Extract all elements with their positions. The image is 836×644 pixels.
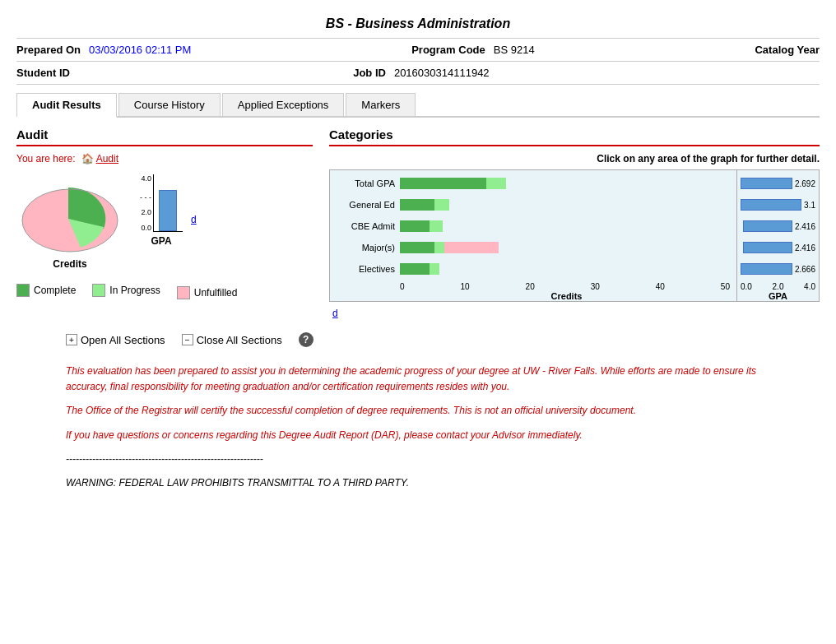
gpa-bar-cbeadmit xyxy=(743,220,792,232)
seg-complete xyxy=(400,263,430,275)
gpa-side-chart[interactable]: 2.692 3.1 2.416 2.416 xyxy=(737,169,820,302)
bar-label-electives: Electives xyxy=(333,264,395,274)
gpa-value-electives: 2.666 xyxy=(795,265,815,274)
program-code-label: Program Code xyxy=(411,44,485,56)
bar-segments-majors xyxy=(400,241,499,254)
bar-row-cbeadmit[interactable]: CBE Admit xyxy=(333,218,733,234)
bar-row-majors[interactable]: Major(s) xyxy=(333,239,733,256)
catalog-year-label: Catalog Year xyxy=(755,44,820,56)
credits-axis-title: Credits xyxy=(400,291,733,301)
bar-label-majors: Major(s) xyxy=(333,243,395,253)
inprogress-color-box xyxy=(92,284,105,297)
program-code-value: BS 9214 xyxy=(494,44,535,56)
legend-unfulfilled: Unfulfilled xyxy=(177,286,238,299)
tab-markers[interactable]: Markers xyxy=(346,93,416,116)
audit-panel: Audit You are here: 🏠 Audit xyxy=(16,127,313,319)
d-link-categories[interactable]: d xyxy=(332,308,338,319)
disclaimer-p3: If you have questions or concerns regard… xyxy=(66,428,770,443)
disclaimer: This evaluation has been prepared to ass… xyxy=(16,364,820,491)
prepared-on-label: Prepared On xyxy=(16,44,81,56)
categories-panel: Categories Click on any area of the grap… xyxy=(329,127,820,319)
seg-inprogress xyxy=(434,242,444,253)
bar-segments-cbeadmit xyxy=(400,220,443,233)
disclaimer-p2: The Office of the Registrar will certify… xyxy=(66,403,770,419)
gpa-bar-totalgpa xyxy=(741,178,792,189)
credits-label: Credits xyxy=(53,258,86,270)
meta-section-2: Student ID Job ID 2016030314111942 place… xyxy=(16,62,820,85)
disclaimer-warning: WARNING: FEDERAL LAW PROHIBITS TRANSMITT… xyxy=(66,475,770,491)
seg-complete xyxy=(400,199,434,211)
gpa-axis-labels: 4.0 - - - 2.0 0.0 xyxy=(140,174,153,232)
open-all-icon: + xyxy=(66,334,77,345)
close-all-icon: − xyxy=(182,334,193,345)
bar-label-cbeadmit: CBE Admit xyxy=(333,221,395,231)
chart-area: Total GPA General Ed xyxy=(329,169,820,302)
gpa-bar-row-electives[interactable]: 2.666 xyxy=(741,261,815,277)
pie-chart[interactable] xyxy=(16,173,123,255)
action-row: + Open All Sections − Close All Sections… xyxy=(16,332,820,347)
gpa-x-axis-labels: 0.0 2.0 4.0 xyxy=(741,282,815,291)
seg-inprogress xyxy=(434,199,449,211)
gpa-bar-generaled xyxy=(741,199,801,211)
house-icon: 🏠 xyxy=(81,153,94,164)
tab-applied-exceptions[interactable]: Applied Exceptions xyxy=(222,93,345,116)
gpa-bar xyxy=(159,190,177,231)
bar-chart-main[interactable]: Total GPA General Ed xyxy=(329,169,737,302)
gpa-bar-row-totalgpa[interactable]: 2.692 xyxy=(741,175,815,192)
prepared-on-value: 03/03/2016 02:11 PM xyxy=(89,44,191,56)
pie-chart-wrapper: Credits xyxy=(16,173,123,270)
tab-course-history[interactable]: Course History xyxy=(118,93,221,116)
gpa-small-chart: 4.0 - - - 2.0 0.0 xyxy=(140,174,183,232)
gpa-bar-row-majors[interactable]: 2.416 xyxy=(741,239,815,256)
seg-inprogress xyxy=(486,178,506,189)
categories-section-title: Categories xyxy=(329,127,820,146)
bar-segments-totalgpa xyxy=(400,177,506,190)
bar-label-totalgpa: Total GPA xyxy=(333,178,395,188)
categories-hint: Click on any area of the graph for furth… xyxy=(329,153,820,164)
seg-inprogress xyxy=(430,263,439,275)
bar-row-generaled[interactable]: General Ed xyxy=(333,197,733,213)
close-all-label: Close All Sections xyxy=(197,334,282,346)
bar-label-generaled: General Ed xyxy=(333,200,395,210)
breadcrumb-text: You are here: xyxy=(16,153,76,164)
gpa-bar-wrapper: 4.0 - - - 2.0 0.0 GPA xyxy=(140,173,183,247)
bar-row-totalgpa[interactable]: Total GPA xyxy=(333,175,733,192)
content-area: Audit You are here: 🏠 Audit xyxy=(16,118,820,319)
tabs-row: Audit Results Course History Applied Exc… xyxy=(16,93,820,118)
gpa-bar-majors xyxy=(743,242,792,253)
charts-container: Credits 4.0 - - - 2.0 0.0 xyxy=(16,173,313,270)
tab-audit-results[interactable]: Audit Results xyxy=(16,93,117,118)
open-all-label: Open All Sections xyxy=(81,334,165,346)
unfulfilled-color-box xyxy=(177,286,190,299)
student-id-label: Student ID xyxy=(16,67,70,79)
breadcrumb: You are here: 🏠 Audit xyxy=(16,153,313,164)
complete-label: Complete xyxy=(34,285,76,296)
legend-inprogress: In Progress xyxy=(92,281,160,299)
breadcrumb-link[interactable]: Audit xyxy=(96,153,118,164)
x-axis-labels: 0 10 20 30 40 50 xyxy=(400,282,733,291)
bar-row-electives[interactable]: Electives xyxy=(333,261,733,277)
inprogress-label: In Progress xyxy=(109,285,160,296)
audit-section-title: Audit xyxy=(16,127,313,146)
bar-segments-generaled xyxy=(400,198,449,211)
seg-inprogress xyxy=(430,220,443,232)
open-all-sections-button[interactable]: + Open All Sections xyxy=(66,334,165,346)
seg-complete xyxy=(400,178,486,189)
seg-complete xyxy=(400,242,434,253)
gpa-bar-row-cbeadmit[interactable]: 2.416 xyxy=(741,218,815,234)
bar-segments-electives xyxy=(400,262,439,276)
unfulfilled-label: Unfulfilled xyxy=(194,287,238,299)
meta-section: Prepared On 03/03/2016 02:11 PM Program … xyxy=(16,39,820,62)
close-all-sections-button[interactable]: − Close All Sections xyxy=(182,334,282,346)
help-icon[interactable]: ? xyxy=(299,332,314,347)
d-link-right[interactable]: d xyxy=(191,214,197,225)
disclaimer-divider: ----------------------------------------… xyxy=(66,452,770,467)
gpa-value-majors: 2.416 xyxy=(795,243,815,253)
complete-color-box xyxy=(16,284,30,297)
gpa-value-totalgpa: 2.692 xyxy=(795,179,815,188)
gpa-bar-electives xyxy=(741,263,792,275)
legend-complete: Complete xyxy=(16,281,76,299)
gpa-bar-row-generaled[interactable]: 3.1 xyxy=(741,197,815,213)
legend: Complete In Progress Unfulfilled xyxy=(16,281,313,299)
job-id-value: 2016030314111942 xyxy=(394,67,490,79)
